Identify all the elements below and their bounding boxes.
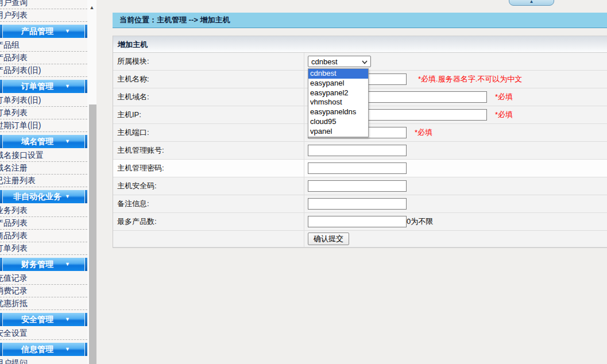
max-products-note: 0为不限	[407, 216, 433, 227]
form-row-admin-account: 主机管理账号:	[113, 142, 607, 160]
remark-input[interactable]	[308, 198, 407, 210]
sidebar-header-domain-management[interactable]: 域名管理▼	[0, 135, 87, 148]
module-select[interactable]: cdnbest	[308, 56, 371, 67]
sidebar-item-label: 产品列表	[0, 218, 28, 227]
security-code-label: 主机安全码:	[113, 177, 304, 195]
module-option-easypanel[interactable]: easypanel	[308, 79, 368, 88]
module-option-easypaneldns[interactable]: easypaneldns	[308, 107, 368, 117]
sidebar-header-label: 非自动化业务	[13, 192, 61, 201]
module-option-vpanel[interactable]: vpanel	[308, 127, 368, 137]
sidebar-item-domain-api-settings[interactable]: 域名接口设置	[0, 149, 87, 162]
max-products-input[interactable]	[308, 216, 407, 227]
sidebar-header-product-management[interactable]: 产品管理▼	[0, 25, 87, 38]
sidebar-item-label: 过期订单(旧)	[0, 121, 41, 130]
module-option-cloud95[interactable]: cloud95	[308, 117, 368, 127]
sidebar-item-product-group[interactable]: 产品组	[0, 39, 87, 52]
host-domain-note: *必填	[495, 92, 513, 102]
sidebar-item-user-questions[interactable]: 用户提问	[0, 357, 87, 364]
arrow-up-icon: ▲	[509, 0, 554, 4]
sidebar-item-user-query[interactable]: 用户查询	[0, 0, 87, 9]
module-option-cdnbest[interactable]: cdnbest	[308, 69, 368, 79]
host-port-label: 主机端口:	[113, 124, 304, 141]
sidebar-header-label: 信息管理	[21, 344, 53, 354]
sidebar-item-order-list[interactable]: 订单列表	[0, 107, 87, 119]
sidebar-header-label: 产品管理	[21, 26, 53, 36]
sidebar-item-label: 消费记录	[0, 286, 28, 295]
sidebar-item-domain-register[interactable]: 域名注册	[0, 162, 87, 175]
chevron-down-icon: ▼	[65, 343, 70, 356]
module-option-vhmshost[interactable]: vhmshost	[308, 98, 368, 107]
sidebar-item-goods-list[interactable]: 商品列表	[0, 230, 87, 242]
sidebar-item-label: 域名注册	[0, 163, 28, 172]
sidebar-item-security-settings[interactable]: 安全设置	[0, 327, 87, 340]
host-domain-label: 主机域名:	[113, 88, 304, 106]
host-port-note: *必填	[415, 127, 432, 138]
sidebar-item-business-list[interactable]: 业务列表	[0, 204, 87, 217]
sidebar-scrollbar[interactable]: ▲	[87, 0, 96, 364]
sidebar-item-label: 域名接口设置	[0, 150, 44, 160]
sidebar-item-discount-credit[interactable]: 优惠折抵	[0, 297, 87, 310]
max-products-label: 最多产品数:	[113, 213, 304, 230]
admin-password-cell	[304, 160, 607, 177]
admin-account-input[interactable]	[308, 145, 407, 156]
chevron-down-icon	[362, 57, 368, 66]
remark-label: 备注信息:	[113, 195, 304, 212]
sidebar-item-label: 产品组	[0, 40, 20, 49]
sidebar-item-order-list-2[interactable]: 订单列表	[0, 242, 87, 255]
sidebar-header-security-management[interactable]: 安全管理▼	[0, 313, 87, 326]
sidebar-item-label: 订单列表(旧)	[0, 95, 41, 104]
chevron-down-icon: ▼	[65, 258, 70, 271]
sidebar-header-finance-management[interactable]: 财务管理▼	[0, 258, 87, 271]
form-row-security-code: 主机安全码:	[113, 177, 607, 195]
sidebar-item-recharge-records[interactable]: 充值记录	[0, 272, 87, 285]
sidebar-item-label: 商品列表	[0, 231, 28, 240]
host-ip-label: 主机IP:	[113, 106, 304, 123]
module-option-easypanel2[interactable]: easypanel2	[308, 88, 368, 98]
main-content: ▲ 当前位置：主机管理 --> 增加主机 增加主机 所属模块:cdnbest主机…	[96, 0, 607, 364]
module-label: 所属模块:	[113, 53, 304, 70]
sidebar-menu: 用户查询用户列表产品管理▼产品组产品列表产品列表(旧)订单管理▼订单列表(旧)订…	[0, 0, 87, 364]
sidebar-item-label: 充值记录	[0, 273, 28, 282]
collapse-top-button[interactable]: ▲	[509, 0, 554, 6]
form-row-max-products: 最多产品数:0为不限	[113, 213, 607, 231]
sidebar-item-label: 产品列表	[0, 53, 28, 62]
host-ip-note: *必填	[495, 110, 513, 120]
sidebar-item-product-list-2[interactable]: 产品列表	[0, 217, 87, 230]
sidebar-item-label: 订单列表	[0, 108, 28, 117]
sidebar-item-user-list[interactable]: 用户列表	[0, 9, 87, 22]
sidebar-header-label: 安全管理	[21, 315, 53, 324]
sidebar-item-product-list[interactable]: 产品列表	[0, 52, 87, 64]
sidebar-header-information-management[interactable]: 信息管理▼	[0, 343, 87, 356]
security-code-input[interactable]	[308, 180, 407, 192]
breadcrumb: 当前位置：主机管理 --> 增加主机	[113, 13, 607, 28]
sidebar-item-label: 产品列表(旧)	[0, 65, 41, 75]
sidebar-header-label: 订单管理	[21, 82, 53, 91]
host-name-label: 主机名称:	[113, 71, 304, 88]
form-row-remark: 备注信息:	[113, 195, 607, 213]
module-select-dropdown: cdnbesteasypaneleasypanel2vhmshosteasypa…	[308, 68, 369, 137]
form-row-admin-password: 主机管理密码:	[113, 160, 607, 177]
sidebar-header-label: 财务管理	[21, 260, 53, 269]
sidebar-header-label: 域名管理	[21, 137, 53, 146]
host-name-note: *必填.服务器名字.不可以为中文	[418, 74, 522, 84]
sidebar-header-order-management[interactable]: 订单管理▼	[0, 80, 87, 93]
sidebar: 用户查询用户列表产品管理▼产品组产品列表产品列表(旧)订单管理▼订单列表(旧)订…	[0, 0, 96, 364]
chevron-down-icon: ▼	[65, 190, 70, 203]
sidebar-item-consumption-records[interactable]: 消费记录	[0, 285, 87, 297]
sidebar-item-product-list-old[interactable]: 产品列表(旧)	[0, 64, 87, 77]
sidebar-item-label: 安全设置	[0, 328, 28, 338]
sidebar-item-registered-list[interactable]: 已注册列表	[0, 175, 87, 187]
sidebar-item-label: 已注册列表	[0, 176, 36, 185]
sidebar-scrollbar-thumb[interactable]	[89, 104, 96, 364]
sidebar-header-non-automated-business[interactable]: 非自动化业务▼	[0, 190, 87, 203]
admin-password-input[interactable]	[308, 162, 407, 174]
scroll-up-icon[interactable]: ▲	[87, 5, 96, 10]
module-select-value: cdnbest	[311, 57, 338, 66]
sidebar-item-order-list-old[interactable]: 订单列表(旧)	[0, 94, 87, 107]
remark-cell	[304, 195, 607, 212]
chevron-down-icon: ▼	[65, 313, 70, 326]
submit-button[interactable]: 确认提交	[308, 233, 349, 245]
module-cell: cdnbest	[304, 53, 607, 70]
sidebar-item-expired-orders-old[interactable]: 过期订单(旧)	[0, 119, 87, 132]
chevron-down-icon: ▼	[65, 25, 70, 38]
